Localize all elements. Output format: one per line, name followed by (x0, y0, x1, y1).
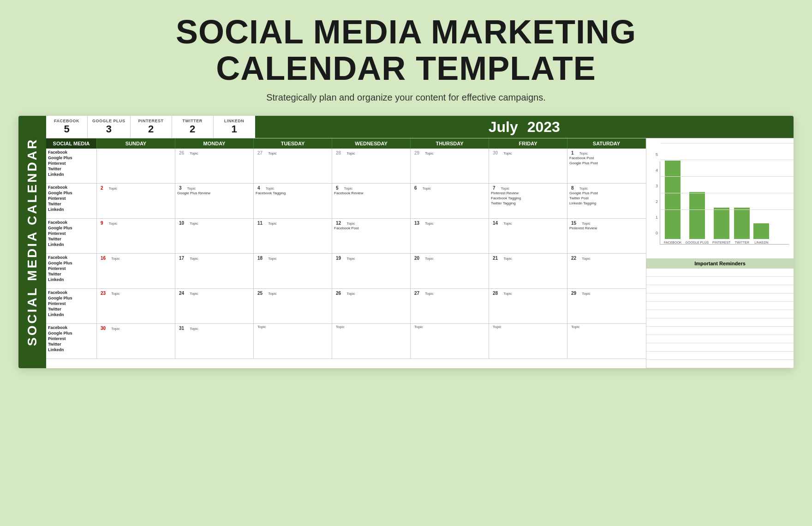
page-title: SOCIAL MEDIA MARKETING CALENDAR TEMPLATE (176, 14, 636, 87)
week-row: FacebookGoogle PlusPinterestTwitterLinke… (46, 184, 646, 219)
stat-value: 2 (135, 123, 167, 135)
stat-value: 2 (177, 123, 209, 135)
day-event: Pinterest Review (567, 226, 646, 231)
day-event: Facebook Post (567, 155, 646, 161)
stat-value: 5 (51, 123, 83, 135)
day-cell: 10Topic (175, 219, 254, 253)
day-number: 3 (177, 185, 184, 191)
cal-header-cell: Sunday (97, 138, 175, 149)
day-event: Facebook Tagging (489, 196, 567, 201)
reminder-line (646, 269, 794, 277)
day-topic: Topic (345, 151, 357, 155)
gridline (660, 209, 794, 210)
reminder-line (646, 293, 794, 302)
day-topic: Topic (188, 151, 200, 155)
y-axis-label: 5 (656, 152, 658, 157)
reminder-line (646, 352, 794, 360)
platform-label: Twitter (48, 306, 95, 312)
day-topic: Topic (334, 325, 346, 329)
y-axis-label: 2 (656, 199, 658, 204)
day-cell: 29Topic (567, 289, 646, 323)
day-topic: Topic (345, 257, 357, 261)
bar (714, 208, 729, 239)
day-cell-empty (97, 149, 175, 183)
bar-label: TWITTER (735, 241, 749, 244)
day-topic: Topic (423, 292, 436, 296)
day-cell: 29Topic (411, 149, 489, 183)
platform-label: Twitter (48, 341, 95, 347)
platform-label: Google Plus (48, 295, 95, 301)
day-topic: Topic (109, 327, 122, 331)
day-cell: 30Topic (489, 149, 567, 183)
day-cell: 20Topic (411, 254, 489, 288)
day-number: 17 (177, 255, 186, 261)
day-number: 30 (491, 149, 500, 155)
platform-label: Facebook (48, 149, 95, 155)
day-topic: Topic (580, 221, 592, 226)
day-number: 31 (177, 325, 186, 331)
day-event: Facebook Post (332, 226, 410, 231)
reminder-line (646, 343, 794, 352)
cal-header-row: SOCIAL MEDIASundayMondayTuesdayWednesday… (46, 138, 646, 149)
reminder-line (646, 327, 794, 335)
day-event: Twitter Tagging (489, 201, 567, 206)
day-cell: 8TopicGoogle Plus PostTwitter PostLinked… (567, 184, 646, 218)
day-number: 5 (334, 185, 340, 191)
day-event: Twitter Post (567, 196, 646, 201)
gridline (660, 176, 794, 177)
reminder-line (646, 318, 794, 327)
day-event: Pinterest Review (489, 191, 567, 196)
day-number: 23 (99, 290, 107, 296)
day-topic: Topic (421, 186, 433, 191)
stat-item: LINKEDN 1 (214, 116, 255, 138)
y-axis-label: 0 (656, 231, 658, 235)
platform-label: Linkedn (48, 277, 95, 282)
platform-label: Twitter (48, 236, 95, 242)
stat-label: GOOGLE PLUS (92, 119, 125, 123)
day-topic: Topic (342, 186, 355, 191)
stat-label: FACEBOOK (51, 119, 83, 123)
platform-label: Linkedn (48, 312, 95, 317)
side-label: SOCIAL MEDIA CALENDAR (18, 116, 46, 368)
day-number: 29 (569, 290, 578, 296)
day-cell: Topic (567, 324, 646, 359)
stats-left: FACEBOOK 5GOOGLE PLUS 3PINTEREST 2TWITTE… (46, 116, 255, 138)
cal-header-cell: Saturday (567, 138, 646, 149)
platform-label: Linkedn (48, 347, 95, 353)
calendar-and-chart: SOCIAL MEDIASundayMondayTuesdayWednesday… (46, 138, 794, 368)
platform-label: Google Plus (48, 330, 95, 336)
day-cell: 5TopicFacebook Review (332, 184, 411, 218)
platform-label: Linkedn (48, 242, 95, 247)
cal-header-cell: Friday (489, 138, 567, 149)
day-topic: Topic (502, 292, 514, 296)
reminder-line (646, 310, 794, 318)
bar (734, 208, 750, 239)
bar-group: FACEBOOK (664, 161, 682, 244)
platform-label: Facebook (48, 290, 95, 295)
bar-group: PINTEREST (712, 208, 730, 244)
day-number: 13 (412, 220, 421, 226)
y-axis-label: 1 (656, 215, 658, 220)
y-axis-label: 4 (656, 168, 658, 173)
day-event: Linkedn Tagging (567, 201, 646, 206)
day-number: 1 (569, 149, 576, 155)
social-media-col: FacebookGoogle PlusPinterestTwitterLinke… (46, 254, 97, 288)
reminder-line (646, 285, 794, 293)
day-number: 29 (412, 149, 421, 155)
day-cell: 16Topic (97, 254, 175, 288)
day-number: 25 (256, 290, 264, 296)
stat-value: 1 (218, 123, 251, 135)
bar-label: GOOGLE PLUS (686, 241, 709, 244)
day-number: 20 (412, 255, 421, 261)
day-cell: 1TopicFacebook PostGoogle Plus Post (567, 149, 646, 183)
day-cell: 13Topic (411, 219, 489, 253)
day-topic: Topic (109, 292, 122, 296)
day-number: 15 (569, 220, 578, 226)
platform-label: Pinterest (48, 161, 95, 166)
platform-label: Facebook (48, 255, 95, 260)
day-cell: 22Topic (567, 254, 646, 288)
day-cell: Topic (332, 324, 411, 359)
day-number: 14 (491, 220, 500, 226)
day-cell: 25Topic (254, 289, 332, 323)
day-cell: 4TopicFacebook Tagging (254, 184, 332, 218)
